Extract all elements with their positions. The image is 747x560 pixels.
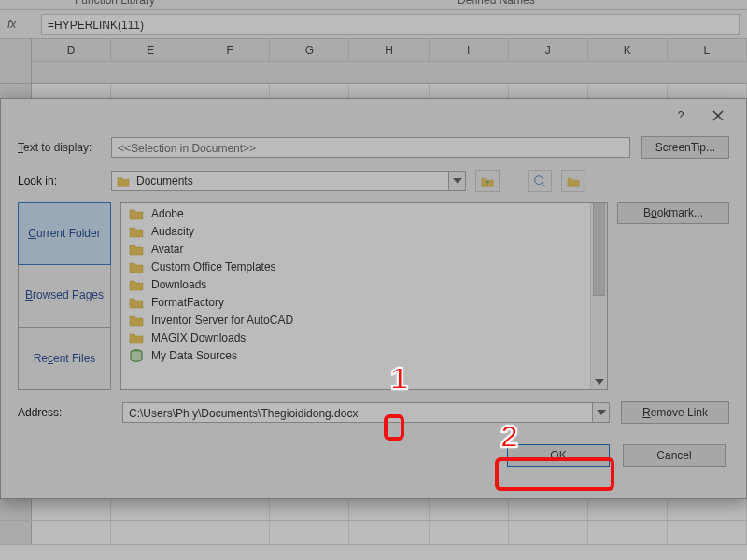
- close-button[interactable]: [699, 103, 737, 129]
- cancel-button[interactable]: Cancel: [623, 444, 726, 467]
- screentip-button[interactable]: ScreenTip...: [641, 136, 729, 159]
- documents-folder-icon: [116, 174, 131, 189]
- file-name: FormatFactory: [151, 296, 224, 309]
- remove-link-button[interactable]: Remove Link: [621, 401, 729, 424]
- close-icon: [712, 109, 725, 122]
- col-header[interactable]: E: [111, 39, 190, 62]
- list-item[interactable]: Avatar: [121, 240, 590, 258]
- ribbon-group-function-library: Function Library: [75, 0, 155, 7]
- column-headers: D E F G H I J K L: [0, 39, 747, 84]
- up-one-level-button[interactable]: [475, 170, 500, 192]
- file-name: MAGIX Downloads: [151, 331, 246, 344]
- list-item[interactable]: Adobe: [121, 204, 590, 222]
- formula-input[interactable]: =HYPERLINK(111): [41, 14, 740, 35]
- file-name: Inventor Server for AutoCAD: [151, 314, 293, 327]
- address-dropdown[interactable]: [592, 403, 609, 422]
- list-item[interactable]: My Data Sources: [121, 346, 590, 364]
- col-header[interactable]: L: [668, 39, 747, 62]
- address-label: Address:: [18, 406, 111, 419]
- ribbon-group-labels: Function Library Defined Names: [0, 0, 747, 9]
- tab-browsed-pages[interactable]: Browsed Pages: [19, 264, 110, 327]
- globe-search-icon: [533, 175, 546, 188]
- list-item[interactable]: FormatFactory: [121, 293, 590, 311]
- svg-point-0: [535, 176, 543, 185]
- file-name: Downloads: [151, 278, 206, 291]
- col-header[interactable]: K: [588, 39, 668, 62]
- col-header[interactable]: F: [190, 39, 270, 62]
- file-list: AdobeAudacityAvatarCustom Office Templat…: [120, 202, 608, 390]
- col-header[interactable]: D: [32, 39, 111, 62]
- fx-label: fx: [7, 18, 35, 31]
- folder-open-icon: [567, 175, 580, 188]
- list-item[interactable]: Custom Office Templates: [121, 258, 590, 275]
- col-header[interactable]: H: [349, 39, 429, 62]
- cancel-label: Cancel: [656, 449, 691, 462]
- look-in-value: Documents: [136, 175, 448, 188]
- link-source-tabs: Current Folder Browsed Pages Recent File…: [18, 202, 111, 390]
- col-header[interactable]: G: [270, 39, 349, 62]
- text-to-display-label: Text to display:: [18, 141, 111, 154]
- chevron-down-icon: [595, 379, 604, 385]
- scroll-down-button[interactable]: [591, 374, 607, 389]
- list-item[interactable]: Audacity: [121, 222, 590, 240]
- help-button[interactable]: ?: [662, 103, 699, 129]
- file-name: My Data Sources: [151, 349, 237, 362]
- folder-icon: [129, 206, 144, 221]
- select-all-corner[interactable]: [0, 39, 32, 83]
- col-header[interactable]: I: [430, 39, 509, 62]
- file-name: Custom Office Templates: [151, 260, 276, 273]
- tab-current-folder[interactable]: Current Folder: [18, 202, 111, 265]
- list-item[interactable]: MAGIX Downloads: [121, 329, 590, 346]
- database-icon: [129, 348, 144, 363]
- bookmark-button[interactable]: Bookmark...: [617, 202, 729, 224]
- folder-icon: [129, 330, 144, 345]
- file-name: Avatar: [151, 243, 183, 256]
- look-in-combo[interactable]: Documents: [111, 171, 466, 191]
- folder-icon: [129, 295, 144, 310]
- annotation-number-2: 2: [500, 420, 518, 452]
- chevron-down-icon: [597, 410, 606, 415]
- address-value: C:\Users\Ph y\Documents\Thegioididong.do…: [123, 403, 592, 422]
- folder-up-icon: [481, 175, 494, 188]
- ok-label: OK: [550, 449, 566, 462]
- ok-button[interactable]: OK: [507, 444, 610, 467]
- text-to-display-input[interactable]: <<Selection in Document>>: [111, 137, 630, 158]
- address-input[interactable]: C:\Users\Ph y\Documents\Thegioididong.do…: [122, 402, 610, 423]
- file-list-scrollbar[interactable]: [590, 203, 607, 389]
- list-item[interactable]: Downloads: [121, 275, 590, 293]
- folder-icon: [129, 277, 144, 292]
- screentip-label: ScreenTip...: [655, 141, 715, 154]
- insert-hyperlink-dialog: ? Text to display: <<Selection in Docume…: [0, 98, 747, 499]
- tab-recent-files[interactable]: Recent Files: [19, 328, 110, 389]
- file-name: Audacity: [151, 225, 194, 238]
- folder-icon: [129, 259, 144, 274]
- dialog-titlebar: ?: [1, 99, 746, 133]
- col-header[interactable]: J: [509, 39, 588, 62]
- folder-icon: [129, 224, 144, 239]
- folder-icon: [129, 313, 144, 328]
- formula-bar: fx =HYPERLINK(111): [0, 9, 747, 39]
- browse-web-button[interactable]: [528, 170, 552, 192]
- help-icon: ?: [678, 109, 684, 122]
- list-item[interactable]: Inventor Server for AutoCAD: [121, 311, 590, 329]
- browse-file-button[interactable]: [561, 170, 585, 192]
- scroll-thumb[interactable]: [593, 203, 605, 296]
- ribbon-group-defined-names: Defined Names: [458, 0, 535, 7]
- look-in-label: Look in:: [18, 175, 111, 188]
- folder-icon: [129, 242, 144, 257]
- annotation-number-1: 1: [390, 362, 408, 394]
- file-name: Adobe: [151, 207, 184, 220]
- chevron-down-icon: [453, 178, 462, 184]
- look-in-dropdown[interactable]: [448, 172, 465, 190]
